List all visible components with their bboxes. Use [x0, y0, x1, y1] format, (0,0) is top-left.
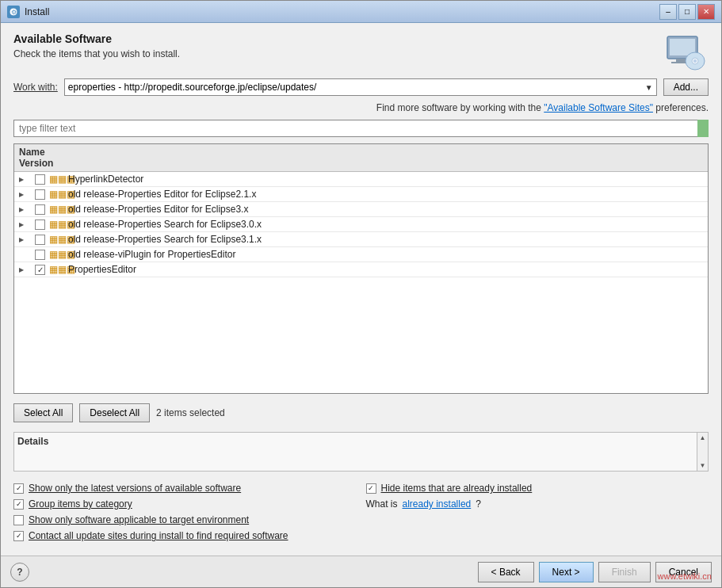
header-text: Available Software Check the items that … — [13, 32, 180, 59]
row-checkbox-2[interactable] — [35, 204, 45, 215]
next-button[interactable]: Next > — [539, 562, 594, 582]
row-checkbox-1[interactable] — [35, 189, 45, 200]
expand-icon: ▶ — [19, 206, 35, 213]
table-row[interactable]: ▶ ▦▦▦ old release-Properties Editor for … — [14, 202, 708, 217]
table-header: Name Version — [14, 144, 708, 172]
option-checkbox-6[interactable] — [13, 531, 24, 541]
window-title: Install — [25, 6, 49, 17]
install-window: ⚙ Install – □ ✕ Available Software Check… — [0, 0, 722, 588]
plugin-icon: ▦▦▦ — [49, 249, 68, 260]
col-name-header: Name — [19, 147, 703, 158]
available-software-sites-link[interactable]: "Available Software Sites" — [544, 102, 653, 113]
finish-button[interactable]: Finish — [598, 562, 651, 582]
work-with-dropdown[interactable]: eproperties - http://propedit.sourceforg… — [64, 78, 657, 96]
row-name-3: old release-Properties Search for Eclips… — [68, 219, 513, 230]
option-row-1: Show only the latest versions of availab… — [13, 483, 357, 494]
svg-text:⚙: ⚙ — [11, 9, 17, 16]
plugin-icon: ▦▦▦ — [49, 204, 68, 215]
help-button[interactable]: ? — [10, 563, 29, 582]
filter-wrapper — [13, 120, 709, 137]
filter-input[interactable] — [13, 120, 709, 137]
option-checkbox-2[interactable] — [366, 483, 376, 494]
row-checkbox-4[interactable] — [35, 235, 45, 245]
option-row-6: Contact all update sites during install … — [13, 530, 709, 541]
find-more-row: Find more software by working with the "… — [13, 102, 709, 113]
plugin-icon: ▦▦▦ — [49, 234, 68, 245]
row-checkbox-5[interactable] — [35, 250, 45, 260]
expand-icon: ▶ — [19, 176, 35, 183]
row-checkbox-0[interactable] — [35, 174, 45, 185]
row-checkbox-6[interactable]: ✓ — [35, 265, 45, 275]
row-name-2: old release-Properties Editor for Eclips… — [68, 204, 513, 215]
close-button[interactable]: ✕ — [697, 4, 715, 20]
work-with-row: Work with: eproperties - http://propedit… — [13, 78, 709, 96]
expand-icon: ▶ — [19, 191, 35, 198]
table-row[interactable]: ▶ ▦▦▦ old release-Properties Search for … — [14, 232, 708, 247]
header-icon — [661, 32, 709, 72]
software-table: Name Version ▶ ▦▦▦ HyperlinkDetector ▶ ▦… — [13, 143, 709, 394]
option-checkbox-3[interactable] — [13, 499, 24, 510]
table-row[interactable]: ▶ ▦▦▦ old release-Properties Editor for … — [14, 187, 708, 202]
minimize-button[interactable]: – — [659, 4, 677, 20]
option-label-2[interactable]: Hide items that are already installed — [381, 483, 533, 494]
titlebar-left: ⚙ Install — [7, 6, 49, 18]
work-with-label: Work with: — [13, 82, 58, 93]
titlebar-controls: – □ ✕ — [659, 4, 715, 20]
option-row-5: Show only software applicable to target … — [13, 514, 357, 525]
row-checkbox-3[interactable] — [35, 220, 45, 230]
option-label-4a: What is — [366, 498, 398, 510]
col-extra-header — [513, 158, 655, 169]
table-row[interactable]: ▶ ▦▦▦ old release-Properties Search for … — [14, 217, 708, 232]
table-row[interactable]: ▶ ✓ ▦▦▦ PropertiesEditor — [14, 262, 708, 277]
option-label-6[interactable]: Contact all update sites during install … — [29, 530, 288, 541]
already-installed-link[interactable]: already installed — [403, 498, 472, 510]
maximize-button[interactable]: □ — [678, 4, 696, 20]
bottom-buttons: Select All Deselect All 2 items selected — [13, 400, 709, 426]
details-section: Details ▲ ▼ — [13, 432, 709, 472]
expand-icon: ▶ — [19, 266, 35, 273]
titlebar: ⚙ Install – □ ✕ — [1, 1, 721, 23]
dropdown-arrow-icon: ▼ — [645, 83, 653, 92]
scroll-down-icon[interactable]: ▼ — [700, 462, 706, 469]
add-button[interactable]: Add... — [663, 78, 709, 96]
option-checkbox-1[interactable] — [13, 483, 24, 494]
deselect-all-button[interactable]: Deselect All — [79, 403, 150, 422]
option-row-empty — [366, 514, 709, 525]
footer: ? < Back Next > Finish Cancel — [1, 556, 721, 587]
page-subtitle: Check the items that you wish to install… — [13, 48, 180, 59]
option-label-3[interactable]: Group items by category — [29, 498, 132, 510]
find-more-text: Find more software by working with the — [376, 102, 544, 113]
work-with-value: eproperties - http://propedit.sourceforg… — [68, 82, 317, 93]
header-section: Available Software Check the items that … — [13, 32, 709, 72]
select-all-button[interactable]: Select All — [13, 403, 73, 422]
row-name-6: PropertiesEditor — [68, 264, 513, 275]
table-row[interactable]: ▦▦▦ old release-viPlugin for PropertiesE… — [14, 247, 708, 262]
plugin-icon: ▦▦▦ — [49, 219, 68, 230]
details-scrollbar[interactable]: ▲ ▼ — [697, 433, 708, 471]
details-label: Details — [17, 436, 705, 447]
options-section: Show only the latest versions of availab… — [13, 478, 709, 546]
plugin-icon: ▦▦▦ — [49, 189, 68, 200]
back-button[interactable]: < Back — [478, 562, 534, 582]
watermark: www.etwiki.cn — [658, 571, 712, 581]
footer-left: ? — [10, 563, 29, 582]
plugin-icon: ▦▦▦ — [49, 264, 68, 275]
option-row-2: Hide items that are already installed — [366, 483, 709, 494]
option-label-1[interactable]: Show only the latest versions of availab… — [29, 483, 241, 494]
table-row[interactable]: ▶ ▦▦▦ HyperlinkDetector — [14, 172, 708, 187]
option-label-4b: ? — [476, 498, 481, 510]
option-row-4: What is already installed ? — [366, 498, 709, 510]
option-checkbox-5[interactable] — [13, 515, 24, 525]
col-version-header: Version — [19, 158, 513, 169]
main-content: Available Software Check the items that … — [1, 23, 721, 556]
scroll-up-icon[interactable]: ▲ — [700, 434, 706, 441]
row-name-0: HyperlinkDetector — [68, 174, 513, 185]
window-icon: ⚙ — [7, 6, 20, 18]
option-label-5[interactable]: Show only software applicable to target … — [29, 514, 249, 525]
option-row-3: Group items by category — [13, 498, 357, 510]
page-title: Available Software — [13, 32, 180, 45]
plugin-icon: ▦▦▦ — [49, 174, 68, 185]
filter-status-indicator — [697, 120, 709, 137]
row-name-5: old release-viPlugin for PropertiesEdito… — [68, 249, 513, 260]
svg-rect-4 — [676, 59, 686, 62]
